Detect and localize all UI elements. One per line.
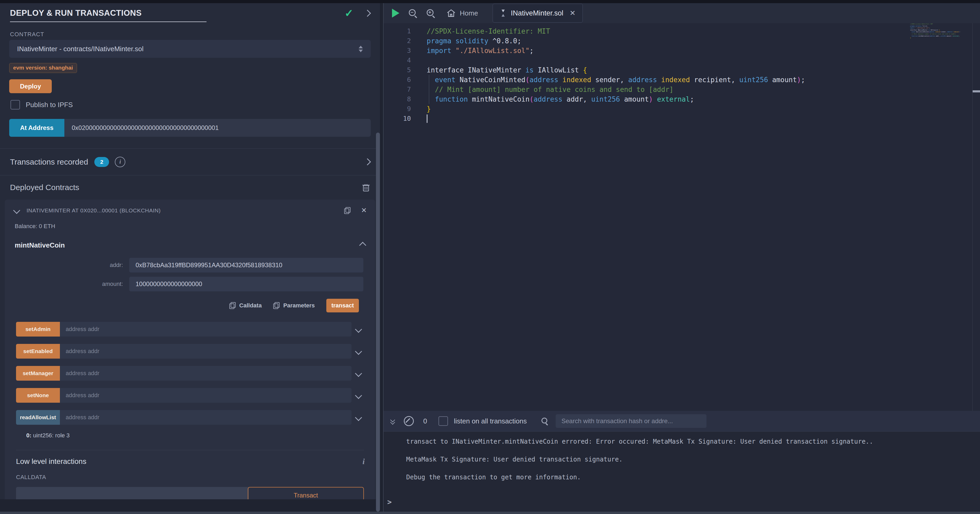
tab-home[interactable]: Home xyxy=(447,9,478,17)
field-input-amount[interactable] xyxy=(129,277,363,291)
transactions-expand-chevron-icon[interactable] xyxy=(364,158,371,165)
setEnabled-input[interactable] xyxy=(60,344,352,359)
code-line[interactable]: 10 xyxy=(383,114,980,124)
terminal-log: transact to INativeMinter.mintNativeCoin… xyxy=(383,432,980,481)
info-icon: i xyxy=(115,157,125,167)
publish-ipfs-checkbox[interactable] xyxy=(11,100,20,109)
parameters-copy-button[interactable]: Parameters xyxy=(273,302,315,309)
line-text: } xyxy=(421,105,431,113)
code-line[interactable]: 2pragma solidity ^0.8.0; xyxy=(383,36,980,46)
solidity-icon xyxy=(500,9,507,17)
transactions-recorded-row[interactable]: Transactions recorded 2 i xyxy=(0,149,380,175)
at-address-input[interactable] xyxy=(64,119,371,137)
function-row-setAdmin: setAdmin xyxy=(16,322,365,336)
zoom-in-icon[interactable]: + xyxy=(426,9,435,17)
panel-scrollbar[interactable] xyxy=(376,133,380,512)
tab-file-label: INativeMinter.sol xyxy=(511,9,563,17)
setManager-input[interactable] xyxy=(60,366,352,381)
code-line[interactable]: 4 xyxy=(383,56,980,65)
terminal-prompt[interactable]: > xyxy=(387,498,392,506)
code-line[interactable]: 6 event NativeCoinMinted(address indexed… xyxy=(383,75,980,84)
line-number: 9 xyxy=(383,105,421,113)
compile-success-check-icon: ✓ xyxy=(344,9,353,17)
at-address-button[interactable]: At Address xyxy=(9,119,64,137)
setNone-button[interactable]: setNone xyxy=(16,388,60,403)
function-row-readAllowList: readAllowList xyxy=(16,410,365,425)
contract-label: CONTRACT xyxy=(10,31,370,38)
setAdmin-input[interactable] xyxy=(60,322,352,336)
terminal-collapse-icon[interactable] xyxy=(391,418,395,424)
overview-ruler[interactable] xyxy=(972,23,980,411)
code-line[interactable]: 8 function mintNativeCoin(address addr, … xyxy=(383,94,980,104)
terminal-header: 0 listen on all transactions xyxy=(383,411,980,432)
terminal-log-line: MetaMask Tx Signature: User denied trans… xyxy=(406,456,980,463)
low-level-title: Low level interactions xyxy=(16,457,363,466)
line-number: 3 xyxy=(383,47,421,54)
indent-guide xyxy=(429,75,429,104)
function-action-row: Calldata Parameters transact xyxy=(5,299,359,313)
transact-button[interactable]: transact xyxy=(326,299,359,313)
tab-close-icon[interactable]: ✕ xyxy=(570,9,576,17)
panel-expand-chevron-icon[interactable] xyxy=(364,10,371,17)
title-underline xyxy=(10,22,207,22)
run-script-play-icon[interactable] xyxy=(392,9,399,17)
code-line[interactable]: 3import "./IAllowList.sol"; xyxy=(383,46,980,56)
setEnabled-button[interactable]: setEnabled xyxy=(16,344,60,359)
contract-collapse-chevron-icon[interactable] xyxy=(13,207,20,214)
line-text: pragma solidity ^0.8.0; xyxy=(421,37,521,45)
minimap[interactable]: //SPDX-License-Identifier: MITpragma sol… xyxy=(910,23,960,39)
code-line[interactable]: 1//SPDX-License-Identifier: MIT xyxy=(383,26,980,36)
deployed-contracts-header: Deployed Contracts xyxy=(0,175,380,200)
contract-balance: Balance: 0 ETH xyxy=(15,223,375,230)
calldata-copy-label: Calldata xyxy=(239,302,262,309)
contract-select-value: INativeMinter - contracts/INativeMinter.… xyxy=(17,45,359,53)
setAdmin-expand-chevron-icon[interactable] xyxy=(355,326,362,333)
code-line[interactable]: 7 // Mint [amount] number of native coin… xyxy=(383,84,980,94)
line-text: import "./IAllowList.sol"; xyxy=(421,47,534,55)
code-line[interactable]: 9} xyxy=(383,104,980,114)
deploy-button[interactable]: Deploy xyxy=(9,79,52,93)
contract-card-header[interactable]: INATIVEMINTER AT 0X020...00001 (BLOCKCHA… xyxy=(5,200,375,214)
result-value: uint256: role 3 xyxy=(32,432,70,439)
result-index: 0: xyxy=(26,432,32,439)
panel-splitter[interactable] xyxy=(380,3,383,512)
panel-bottom-area xyxy=(0,499,380,512)
clear-console-icon[interactable] xyxy=(404,416,414,426)
calldata-copy-button[interactable]: Calldata xyxy=(229,302,262,309)
readAllowList-button[interactable]: readAllowList xyxy=(16,410,60,425)
setEnabled-expand-chevron-icon[interactable] xyxy=(355,348,362,355)
call-result: 0: uint256: role 3 xyxy=(26,432,375,439)
code-editor[interactable]: 1//SPDX-License-Identifier: MIT2pragma s… xyxy=(383,23,980,411)
setManager-expand-chevron-icon[interactable] xyxy=(355,370,362,377)
code-line[interactable]: 5interface INativeMinter is IAllowList { xyxy=(383,65,980,75)
tab-inativeminter[interactable]: INativeMinter.sol ✕ xyxy=(493,4,582,22)
function-header[interactable]: mintNativeCoin xyxy=(15,241,365,249)
zoom-out-icon[interactable]: − xyxy=(408,9,417,17)
setNone-expand-chevron-icon[interactable] xyxy=(355,392,362,399)
listen-transactions-checkbox[interactable] xyxy=(439,416,448,426)
field-row: amount: xyxy=(5,277,363,291)
calldata-label: CALLDATA xyxy=(16,474,375,481)
transactions-recorded-label: Transactions recorded xyxy=(10,157,88,167)
readAllowList-input[interactable] xyxy=(60,410,352,425)
home-icon xyxy=(447,9,456,17)
page-title: DEPLOY & RUN TRANSACTIONS xyxy=(10,8,142,18)
function-rows: setAdminsetEnabledsetManagersetNonereadA… xyxy=(5,322,375,425)
line-number: 2 xyxy=(383,37,421,44)
remove-contract-icon[interactable]: ✕ xyxy=(361,206,367,214)
readAllowList-expand-chevron-icon[interactable] xyxy=(355,414,362,421)
trash-icon[interactable] xyxy=(362,183,370,192)
contract-select[interactable]: INativeMinter - contracts/INativeMinter.… xyxy=(9,40,371,58)
line-number: 10 xyxy=(383,115,421,122)
copy-address-icon[interactable] xyxy=(344,207,350,214)
line-text: event NativeCoinMinted(address indexed s… xyxy=(421,76,805,84)
field-input-addr[interactable] xyxy=(129,258,363,273)
setAdmin-button[interactable]: setAdmin xyxy=(16,322,60,336)
setNone-input[interactable] xyxy=(60,388,352,403)
terminal-search-input[interactable] xyxy=(556,414,706,428)
line-text: //SPDX-License-Identifier: MIT xyxy=(421,27,550,35)
publish-ipfs-label: Publish to IPFS xyxy=(26,101,73,109)
field-rows: addr:amount: xyxy=(5,258,375,291)
function-collapse-chevron-icon[interactable] xyxy=(359,242,366,249)
setManager-button[interactable]: setManager xyxy=(16,366,60,381)
